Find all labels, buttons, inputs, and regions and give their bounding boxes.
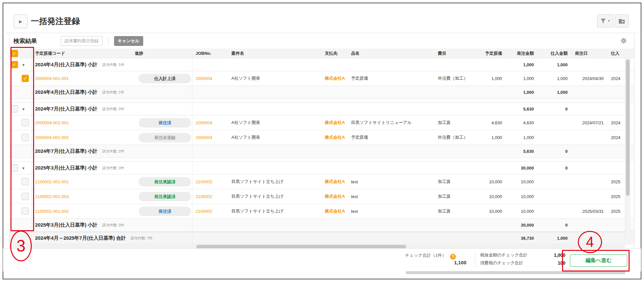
col-header-payee[interactable]: 支払先 [322,50,348,56]
col-header-order-amount[interactable]: 発注金額 [506,50,538,56]
budget-amount: 10,000 [480,209,506,214]
expand-panel-button[interactable]: ▶ [14,14,28,28]
job-no-link[interactable]: 2000004 [192,115,228,130]
gear-icon[interactable] [620,37,627,44]
table-row: 2000004-001-001 仕入計上済 2000004 A社ソフト開発 株式… [10,71,634,86]
grand-total-count: 該当件数: 7件 [131,236,153,241]
item-name: test [348,179,435,184]
col-header-job-no[interactable]: JOBNo. [192,49,228,58]
row-checkbox[interactable] [22,119,29,126]
vertical-scrollbar[interactable] [625,58,631,242]
check-total-label: チェック合計（1件） [405,253,446,258]
group-purchase-total: 0 [538,166,572,171]
table-row: 2100002-001-003 発注承認済 2100002 目黒ソフトサイト立ち… [10,189,634,204]
group-order-total: 30,000 [506,166,538,171]
check-total-value: 1,100 [337,260,466,265]
job-no-link[interactable]: 2000004 [192,71,228,86]
item-name: test [348,209,435,214]
group-order-total: 5,630 [506,107,538,111]
item-name: 目黒ソフトサイトリニューアル [348,120,435,126]
payee-link[interactable]: 株式会社A [322,120,348,126]
group-checkbox[interactable] [11,61,18,68]
col-header-progress[interactable]: 進捗 [131,50,192,56]
button-divider [108,37,108,45]
cost-code-link[interactable]: 2100002-001-001 [31,174,131,189]
col-header-item[interactable]: 品名 [348,50,435,56]
add-folder-button[interactable] [615,14,629,28]
filter-button[interactable]: ▼ [597,14,614,28]
status-badge: 発注承認済 [139,192,191,201]
job-no-link[interactable]: 2100002 [192,204,228,218]
col-header-purchase-date[interactable]: 仕入 [608,50,634,56]
order-amount: 1,000 [506,135,538,140]
group-count: 該当件数: 2件 [102,107,124,111]
empty-cell [192,103,506,115]
grand-total-purchase-amount: 1,000 [538,236,572,241]
cost-code-link[interactable]: 2000004-002-001 [31,115,131,130]
row-checkbox[interactable] [22,178,29,185]
group-footer-count: 該当件数: 3件 [102,223,124,228]
status-badge: 仕入計上済 [139,74,191,83]
expand-arrow-icon: ▶ [19,19,22,24]
col-header-project[interactable]: 案件名 [228,50,322,56]
col-header-expense[interactable]: 費目 [435,50,480,56]
payee-link[interactable]: 株式会社A [322,134,348,140]
invoice-arrival-date-button[interactable]: 請求書到着日登録 [61,36,103,46]
order-date: 2024/07/21 [572,120,608,125]
footer-scrollbar-thumb[interactable] [406,271,625,274]
cost-code-link[interactable]: 2000004-001-001 [31,71,131,86]
table-row: 2000004-002-001 発注済 2000004 A社ソフト開発 株式会社… [10,115,634,130]
grand-total-label: 2024年4月～2025年7月(仕入日基準) 合計 [35,235,126,241]
payee-link[interactable]: 株式会社A [322,75,348,81]
expense-type: 加工賃 [435,193,480,199]
collapse-arrow-icon[interactable]: ▼ [22,63,25,67]
consumption-tax-total-value: 100 [547,260,565,266]
order-amount: 4,630 [506,120,538,125]
col-header-code[interactable]: 予定原価コード [31,49,131,58]
cancel-button[interactable]: キャンセル [114,36,143,46]
project-name: A社ソフト開発 [228,134,322,140]
tax-excluded-total-label: 税抜金額のチェック合計 [480,252,547,258]
select-all-checkbox[interactable] [11,50,18,57]
job-no-link[interactable]: 2100002 [192,189,228,204]
row-checkbox[interactable] [22,193,29,200]
group-checkbox[interactable] [11,164,18,171]
group-checkbox[interactable] [11,105,18,112]
row-checkbox[interactable] [22,208,29,215]
consumption-tax-total-label: 消費税のチェック合計 [480,260,547,266]
funnel-icon [600,18,606,24]
col-header-purchase-amount[interactable]: 仕入金額 [538,50,572,56]
group-footer-order-total: 5,630 [506,149,538,154]
col-header-order-date[interactable]: 発注日 [572,50,608,56]
group-footer-row: 2024年7月(仕入日基準) 小計 該当件数: 2件 5,630 0 [10,145,634,158]
group-count: 該当件数: 1件 [102,62,124,67]
tax-excluded-total-value: 1,000 [547,252,565,258]
row-checkbox[interactable] [22,75,29,82]
empty-cell [192,86,506,99]
job-no-link[interactable]: 2100002 [192,174,228,189]
group-footer-label: 2024年7月(仕入日基準) 小計 [35,148,98,154]
cost-code-link[interactable]: 2100002-001-003 [31,189,131,204]
status-badge: 発注承認済 [139,177,191,187]
footer-bar: チェック合計（1件） ? 1,100 税抜金額のチェック合計 1,000 消費税… [3,248,641,272]
vertical-scrollbar-thumb[interactable] [626,59,630,196]
empty-cell [192,232,506,244]
collapse-arrow-icon[interactable]: ▼ [22,107,25,111]
help-icon[interactable]: ? [450,254,456,260]
cost-code-link[interactable]: 2000004-001-002 [31,130,131,145]
payee-link[interactable]: 株式会社A [322,179,348,185]
cost-code-link[interactable]: 2100002-001-002 [31,204,131,218]
group-footer-purchase-total: 1,000 [538,90,572,95]
collapse-arrow-icon[interactable]: ▼ [22,166,25,170]
proceed-to-edit-button[interactable]: 編集へ進む [570,254,627,267]
row-checkbox[interactable] [22,134,29,141]
table-header-row: 予定原価コード 進捗 JOBNo. 案件名 支払先 品名 費目 予定原価 発注金… [10,49,634,58]
budget-amount: 4,630 [480,120,506,125]
group-gap [10,99,634,103]
col-header-budget[interactable]: 予定原価 [480,50,506,56]
search-results-panel: 検索結果 請求書到着日登録 キャンセル 予定原価コード 進捗 JOBNo. 案件… [9,33,634,250]
payee-link[interactable]: 株式会社A [322,208,348,214]
job-no-link[interactable]: 2000004 [192,130,228,145]
table-row: 2100002-001-001 発注承認済 2100002 目黒ソフトサイト立ち… [10,174,634,189]
payee-link[interactable]: 株式会社A [322,193,348,199]
